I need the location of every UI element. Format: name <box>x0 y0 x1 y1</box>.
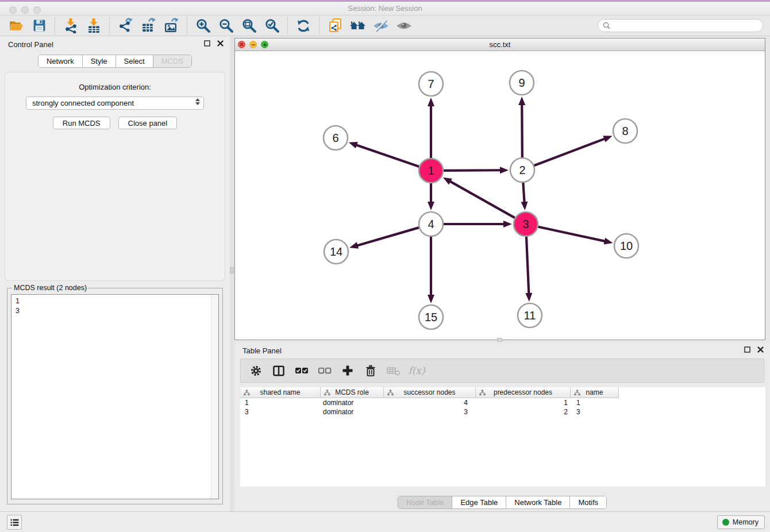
memory-button[interactable]: Memory <box>717 515 765 529</box>
zoom-in-button[interactable] <box>191 17 214 35</box>
column-header-name[interactable]: name <box>571 387 619 398</box>
cell-shared-name[interactable]: 3 <box>240 408 321 416</box>
mcds-result-box[interactable]: 1 3 <box>11 294 219 499</box>
tab-select[interactable]: Select <box>116 55 153 67</box>
graph-edge-4-14[interactable] <box>349 228 419 249</box>
first-neighbors-button[interactable] <box>346 17 369 35</box>
graph-edge-2-9[interactable] <box>518 97 525 158</box>
close-network-button[interactable] <box>238 41 245 48</box>
show-all-button[interactable] <box>392 17 415 35</box>
tab-style[interactable]: Style <box>83 55 116 67</box>
refresh-button[interactable] <box>292 17 315 35</box>
graph-edge-4-15[interactable] <box>428 236 434 303</box>
graph-edge-2-8[interactable] <box>534 136 613 165</box>
cell-shared-name[interactable]: 1 <box>240 399 321 407</box>
select-all-columns-button[interactable] <box>291 361 312 380</box>
tab-network-table[interactable]: Network Table <box>506 496 570 508</box>
graph-edge-4-3[interactable] <box>443 221 512 228</box>
tab-mcds[interactable]: MCDS <box>153 55 191 67</box>
unselect-all-columns-button[interactable] <box>314 361 335 380</box>
graph-node-11[interactable]: 11 <box>518 303 542 327</box>
graph-edge-3-1[interactable] <box>443 178 515 218</box>
network-canvas[interactable]: 7968124314101511 <box>235 51 765 340</box>
save-session-button[interactable] <box>28 17 51 35</box>
tab-edge-table[interactable]: Edge Table <box>452 496 506 508</box>
close-table-panel-icon[interactable] <box>757 346 764 353</box>
cell-predecessor-nodes[interactable]: 2 <box>476 408 571 416</box>
close-panel-icon[interactable] <box>217 40 224 47</box>
zoom-selected-button[interactable] <box>260 17 283 35</box>
graph-node-14[interactable]: 14 <box>324 240 348 264</box>
graph-node-10[interactable]: 10 <box>614 234 638 258</box>
export-network-button[interactable] <box>114 17 137 35</box>
cell-name[interactable]: 3 <box>571 408 619 416</box>
graph-node-7[interactable]: 7 <box>419 72 443 96</box>
graph-node-9[interactable]: 9 <box>510 71 534 95</box>
splitter-grip-icon[interactable] <box>230 267 234 273</box>
cell-successor-nodes[interactable]: 3 <box>384 408 476 416</box>
table-row[interactable]: 3dominator323 <box>240 407 765 417</box>
float-panel-icon[interactable] <box>203 40 211 47</box>
result-scrollbar[interactable] <box>211 295 218 499</box>
graph-node-2[interactable]: 2 <box>510 158 534 182</box>
graph-node-8[interactable]: 8 <box>613 119 637 143</box>
open-file-button[interactable] <box>5 17 28 35</box>
graph-edge-1-4[interactable] <box>428 183 434 210</box>
table-row[interactable]: 1dominator411 <box>240 398 765 407</box>
vertical-splitter[interactable] <box>230 36 234 511</box>
tab-node-table[interactable]: Node Table <box>398 496 453 508</box>
create-column-button[interactable] <box>337 361 358 380</box>
import-network-button[interactable] <box>59 17 82 35</box>
search-input[interactable] <box>610 20 763 31</box>
svg-text:6: 6 <box>332 132 338 144</box>
graph-node-1[interactable]: 1 <box>419 159 443 183</box>
table-options-button[interactable] <box>245 361 266 380</box>
minimize-network-button[interactable] <box>249 41 257 48</box>
float-table-panel-icon[interactable] <box>744 346 751 353</box>
cell-successor-nodes[interactable]: 4 <box>384 399 476 407</box>
cell-predecessor-nodes[interactable]: 1 <box>476 399 571 407</box>
hide-selected-button[interactable] <box>369 17 392 35</box>
run-mcds-button[interactable]: Run MCDS <box>53 117 110 129</box>
search-field[interactable] <box>598 19 763 32</box>
cell-MCDS-role[interactable]: dominator <box>321 408 384 416</box>
zoom-out-button[interactable] <box>214 17 237 35</box>
export-image-button[interactable] <box>160 17 183 35</box>
copy-network-button[interactable] <box>324 17 346 35</box>
maximize-network-button[interactable] <box>261 41 268 48</box>
graph-edge-1-6[interactable] <box>349 142 419 167</box>
zoom-fit-button[interactable] <box>237 17 260 35</box>
tab-motifs[interactable]: Motifs <box>570 496 606 508</box>
graph-edge-1-7[interactable] <box>428 98 434 159</box>
function-builder-button[interactable]: f(x) <box>406 361 427 380</box>
network-window-titlebar[interactable]: scc.txt <box>235 38 765 51</box>
cell-name[interactable]: 1 <box>571 399 619 407</box>
import-table-button[interactable] <box>82 17 105 35</box>
graph-edge-3-11[interactable] <box>525 236 532 302</box>
close-window-button[interactable] <box>9 6 17 14</box>
column-header-shared-name[interactable]: shared name <box>240 387 321 398</box>
show-column-button[interactable] <box>268 361 289 380</box>
graph-node-3[interactable]: 3 <box>514 212 538 236</box>
cell-MCDS-role[interactable]: dominator <box>321 399 384 407</box>
graph-edge-1-2[interactable] <box>443 167 509 174</box>
export-table-button[interactable] <box>137 17 160 35</box>
delete-columns-button[interactable] <box>360 361 381 380</box>
network-resize-grip[interactable] <box>497 338 502 342</box>
graph-node-6[interactable]: 6 <box>324 126 348 150</box>
minimize-window-button[interactable] <box>21 6 29 14</box>
criterion-select[interactable]: strongly connected component <box>26 97 204 110</box>
graph-edge-2-3[interactable] <box>521 182 528 210</box>
close-panel-button[interactable]: Close panel <box>118 117 178 129</box>
graph-node-4[interactable]: 4 <box>419 212 443 236</box>
graph-edge-3-10[interactable] <box>538 226 613 244</box>
zoom-window-button[interactable] <box>33 6 41 14</box>
task-history-button[interactable] <box>7 515 22 530</box>
delete-table-button[interactable] <box>383 361 404 380</box>
table-tabs: Node TableEdge TableNetwork TableMotifs <box>234 496 770 509</box>
graph-node-15[interactable]: 15 <box>419 305 443 329</box>
column-header-MCDS-role[interactable]: MCDS role <box>321 387 384 398</box>
column-header-successor-nodes[interactable]: successor nodes <box>384 387 476 398</box>
column-header-predecessor-nodes[interactable]: predecessor nodes <box>476 387 571 398</box>
tab-network[interactable]: Network <box>38 55 83 67</box>
